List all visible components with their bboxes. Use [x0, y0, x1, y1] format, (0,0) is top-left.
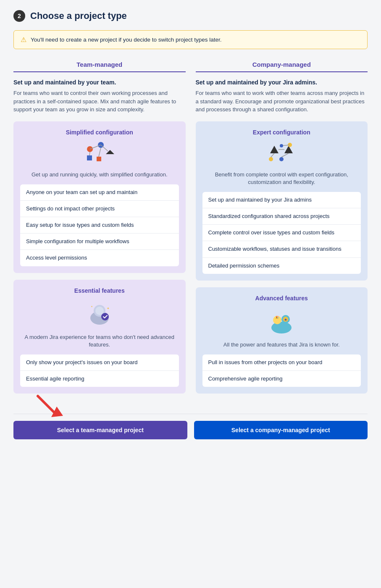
- team-managed-header: Team-managed: [13, 61, 186, 72]
- advanced-features-card: Advanced features ★ 🎉 All the power and …: [196, 287, 368, 394]
- simplified-config-card: Simplified configuration Get up and runn…: [13, 121, 186, 273]
- team-managed-desc-title: Set up and maintained by your team.: [13, 79, 186, 86]
- company-managed-desc-title: Set up and maintained by your Jira admin…: [196, 79, 368, 86]
- warning-text: You'll need to create a new project if y…: [31, 37, 222, 43]
- svg-line-21: [271, 153, 274, 157]
- company-managed-header: Company-managed: [196, 61, 368, 72]
- svg-line-24: [281, 153, 289, 157]
- bottom-bar: Select a team-managed project Select a c…: [13, 414, 368, 439]
- essential-icon: ✦ ✦: [20, 299, 179, 328]
- svg-text:★: ★: [284, 318, 287, 322]
- expert-icon: [202, 141, 361, 166]
- expert-config-card: Expert configuration Benefit f: [196, 121, 368, 281]
- expert-feature-2: Complete control over issue types and cu…: [202, 225, 361, 241]
- simplified-config-title: Simplified configuration: [20, 129, 179, 136]
- essential-features-title: Essential features: [20, 287, 179, 294]
- svg-point-25: [280, 144, 283, 147]
- expert-feature-3: Customizable workflows, statuses and iss…: [202, 241, 361, 257]
- simplified-feature-3: Simple configuration for multiple workfl…: [20, 234, 179, 250]
- team-managed-column: Team-managed Set up and maintained by yo…: [13, 61, 186, 400]
- svg-rect-2: [87, 155, 92, 160]
- advanced-features-title: Advanced features: [202, 295, 361, 302]
- expert-config-desc: Benefit from complete control with exper…: [202, 171, 361, 186]
- simplified-features-list: Anyone on your team can set up and maint…: [20, 184, 179, 266]
- simplified-icon: [20, 141, 179, 166]
- advanced-feature-0: Pull in issues from other projects on yo…: [202, 354, 361, 371]
- essential-features-card: Essential features ✦ ✦ A modern Jira exp…: [13, 280, 186, 394]
- essential-feature-1: Essential agile reporting: [20, 371, 179, 387]
- advanced-features-list: Pull in issues from other projects on yo…: [202, 354, 361, 387]
- warning-icon: ⚠: [21, 36, 26, 44]
- svg-rect-3: [97, 157, 101, 161]
- expert-features-list: Set up and maintained by your Jira admin…: [202, 192, 361, 274]
- svg-text:🎉: 🎉: [275, 315, 279, 319]
- svg-marker-15: [270, 146, 279, 153]
- essential-features-list: Only show your project's issues on your …: [20, 354, 179, 387]
- advanced-icon: ★ 🎉: [202, 307, 361, 336]
- simplified-feature-2: Easy setup for issue types and custom fi…: [20, 217, 179, 234]
- select-team-managed-button[interactable]: Select a team-managed project: [13, 421, 187, 439]
- simplified-feature-1: Settings do not impact other projects: [20, 201, 179, 217]
- company-managed-desc-text: For teams who want to work with other te…: [196, 89, 368, 114]
- advanced-features-desc: All the power and features that Jira is …: [202, 341, 361, 349]
- expert-feature-1: Standardized configuration shared across…: [202, 208, 361, 225]
- page-header: 2 Choose a project type: [13, 10, 368, 22]
- essential-feature-0: Only show your project's issues on your …: [20, 354, 179, 371]
- warning-banner: ⚠ You'll need to create a new project if…: [13, 30, 368, 49]
- svg-point-12: [101, 313, 109, 320]
- expert-feature-4: Detailed permission schemes: [202, 258, 361, 274]
- svg-line-6: [89, 152, 90, 155]
- svg-point-26: [271, 322, 292, 333]
- select-company-managed-button[interactable]: Select a company-managed project: [194, 421, 368, 439]
- advanced-feature-1: Comprehensive agile reporting: [202, 371, 361, 387]
- simplified-config-desc: Get up and running quickly, with simplif…: [20, 171, 179, 178]
- svg-line-7: [99, 148, 101, 157]
- project-type-columns: Team-managed Set up and maintained by yo…: [13, 61, 368, 400]
- svg-marker-16: [284, 146, 293, 153]
- expert-feature-0: Set up and maintained by your Jira admin…: [202, 192, 361, 208]
- svg-point-17: [269, 157, 273, 161]
- svg-line-8: [101, 145, 108, 151]
- essential-features-desc: A modern Jira experience for teams who d…: [20, 333, 179, 349]
- team-managed-desc-text: For teams who want to control their own …: [13, 89, 186, 114]
- svg-text:✦: ✦: [107, 307, 110, 310]
- simplified-feature-4: Access level permissions: [20, 250, 179, 266]
- expert-config-title: Expert configuration: [202, 129, 361, 136]
- page-title: Choose a project type: [30, 10, 127, 21]
- svg-point-11: [95, 307, 104, 315]
- simplified-feature-0: Anyone on your team can set up and maint…: [20, 184, 179, 201]
- svg-text:✦: ✦: [91, 305, 93, 308]
- company-managed-column: Company-managed Set up and maintained by…: [196, 61, 368, 400]
- step-badge: 2: [13, 10, 25, 22]
